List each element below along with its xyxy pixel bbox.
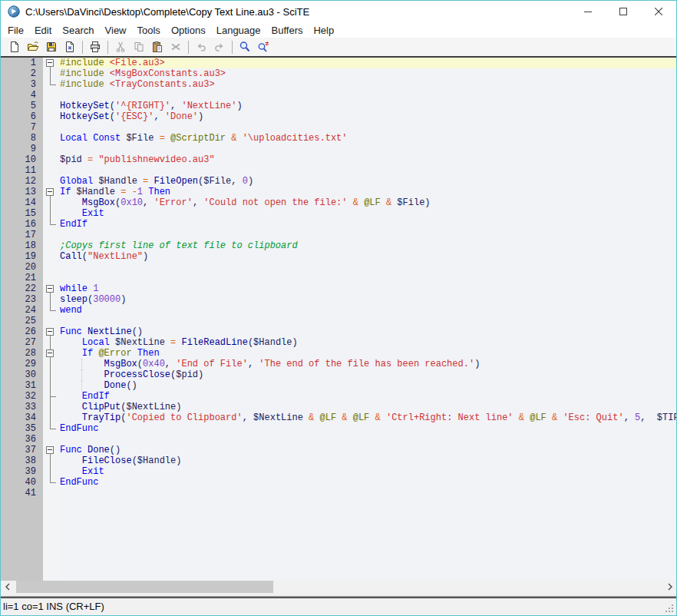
line-number[interactable]: 26	[1, 326, 43, 337]
line-number[interactable]: 34	[1, 412, 43, 423]
line-number[interactable]: 8	[1, 133, 43, 144]
code-line[interactable]: 15 Exit	[1, 208, 676, 219]
code-line[interactable]: 20	[1, 262, 676, 273]
scroll-right-button[interactable]	[663, 581, 676, 593]
code-text[interactable]: Call("NextLine")	[58, 251, 676, 262]
code-line[interactable]: 32 EndIf	[1, 391, 676, 402]
code-line[interactable]: 29 MsgBox(0x40, 'End of File', 'The end …	[1, 359, 676, 369]
code-line[interactable]: 2#include <MsgBoxConstants.au3>	[1, 68, 676, 79]
code-text[interactable]	[58, 230, 676, 240]
menu-buffers[interactable]: Buffers	[269, 25, 306, 36]
code-line[interactable]: 24wend	[1, 305, 676, 316]
line-number[interactable]: 13	[1, 187, 43, 197]
code-text[interactable]: ProcessClose($pid)	[58, 369, 676, 380]
code-line[interactable]: 18;Copys first line of text file to clip…	[1, 240, 676, 251]
paste-button[interactable]	[148, 38, 167, 55]
code-text[interactable]: HotkeySet('{ESC}', 'Done')	[58, 111, 676, 122]
code-line[interactable]: 4	[1, 90, 676, 101]
code-text[interactable]: MsgBox(0x40, 'End of File', 'The end of …	[58, 359, 676, 369]
code-line[interactable]: 31 Done()	[1, 380, 676, 391]
menu-help[interactable]: Help	[310, 25, 337, 36]
code-line[interactable]: 30 ProcessClose($pid)	[1, 369, 676, 380]
code-line[interactable]: 21	[1, 273, 676, 283]
code-line[interactable]: 22while 1	[1, 283, 676, 294]
code-text[interactable]: If @Error Then	[58, 348, 676, 359]
code-text[interactable]: #include <File.au3>	[58, 58, 676, 68]
code-text[interactable]: FileClose($Handle)	[58, 455, 676, 466]
code-line[interactable]: 11	[1, 165, 676, 176]
line-number[interactable]: 30	[1, 369, 43, 380]
line-number[interactable]: 19	[1, 251, 43, 262]
code-text[interactable]: MsgBox(0x10, 'Error', 'Could not open th…	[58, 197, 676, 208]
close-file-button[interactable]	[61, 38, 79, 55]
code-text[interactable]	[58, 165, 676, 176]
line-number[interactable]: 21	[1, 273, 43, 283]
code-text[interactable]: If $Handle = -1 Then	[58, 187, 676, 197]
line-number[interactable]: 11	[1, 165, 43, 176]
new-document-button[interactable]	[5, 38, 24, 55]
code-line[interactable]: 40EndFunc	[1, 477, 676, 488]
code-text[interactable]	[58, 90, 676, 101]
line-number[interactable]: 41	[1, 488, 43, 498]
fold-toggle[interactable]	[43, 445, 58, 455]
code-text[interactable]: Local $NextLine = FileReadLine($Handle)	[58, 337, 676, 348]
line-number[interactable]: 40	[1, 477, 43, 488]
line-number[interactable]: 15	[1, 208, 43, 219]
code-text[interactable]: ;Copys first line of text file to clipbo…	[58, 240, 676, 251]
line-number[interactable]: 36	[1, 434, 43, 445]
scrollbar-thumb[interactable]	[16, 581, 273, 593]
editor-empty-area[interactable]	[1, 498, 676, 581]
fold-toggle[interactable]	[43, 58, 58, 68]
code-line[interactable]: 25	[1, 316, 676, 326]
line-number[interactable]: 29	[1, 359, 43, 369]
scroll-left-button[interactable]	[1, 581, 14, 593]
code-text[interactable]: #include <TrayConstants.au3>	[58, 79, 676, 90]
menu-search[interactable]: Search	[59, 25, 97, 36]
minimize-button[interactable]	[570, 1, 606, 22]
line-number[interactable]: 31	[1, 380, 43, 391]
line-number[interactable]: 10	[1, 154, 43, 165]
code-text[interactable]: while 1	[58, 283, 676, 294]
scrollbar-track[interactable]	[14, 581, 663, 593]
code-line[interactable]: 28 If @Error Then	[1, 348, 676, 359]
code-text[interactable]: #include <MsgBoxConstants.au3>	[58, 68, 676, 79]
open-folder-button[interactable]	[24, 38, 42, 55]
code-text[interactable]: Local Const $File = @ScriptDir & '\uploa…	[58, 133, 676, 144]
menu-file[interactable]: File	[5, 25, 27, 36]
code-text[interactable]: Func Done()	[58, 445, 676, 455]
code-line[interactable]: 17	[1, 230, 676, 240]
code-text[interactable]: Global $Handle = FileOpen($File, 0)	[58, 176, 676, 187]
code-line[interactable]: 8Local Const $File = @ScriptDir & '\uplo…	[1, 133, 676, 144]
code-text[interactable]: TrayTip('Copied to Clipboard', $NextLine…	[58, 412, 676, 423]
menu-tools[interactable]: Tools	[134, 25, 163, 36]
line-number[interactable]: 23	[1, 294, 43, 305]
line-number[interactable]: 9	[1, 144, 43, 154]
line-number[interactable]: 33	[1, 402, 43, 412]
code-text[interactable]	[58, 488, 676, 498]
code-text[interactable]	[58, 144, 676, 154]
code-text[interactable]	[58, 122, 676, 133]
code-text[interactable]: Func NextLine()	[58, 326, 676, 337]
maximize-button[interactable]	[606, 1, 641, 22]
menu-options[interactable]: Options	[168, 25, 209, 36]
code-text[interactable]: EndFunc	[58, 477, 676, 488]
line-number[interactable]: 14	[1, 197, 43, 208]
line-number[interactable]: 16	[1, 219, 43, 230]
line-number[interactable]: 12	[1, 176, 43, 187]
close-button[interactable]	[641, 1, 676, 22]
line-number[interactable]: 27	[1, 337, 43, 348]
menu-view[interactable]: View	[102, 25, 130, 36]
code-line[interactable]: 37Func Done()	[1, 445, 676, 455]
line-number[interactable]: 32	[1, 391, 43, 402]
code-text[interactable]: EndIf	[58, 391, 676, 402]
line-number[interactable]: 35	[1, 423, 43, 434]
code-line[interactable]: 23sleep(30000)	[1, 294, 676, 305]
find-button[interactable]	[236, 38, 254, 55]
line-number[interactable]: 5	[1, 101, 43, 111]
empty-code-area[interactable]	[58, 498, 676, 581]
resize-grip[interactable]	[664, 603, 673, 612]
code-line[interactable]: 6HotkeySet('{ESC}', 'Done')	[1, 111, 676, 122]
code-line[interactable]: 26Func NextLine()	[1, 326, 676, 337]
code-text[interactable]: EndFunc	[58, 423, 676, 434]
code-line[interactable]: 19Call("NextLine")	[1, 251, 676, 262]
